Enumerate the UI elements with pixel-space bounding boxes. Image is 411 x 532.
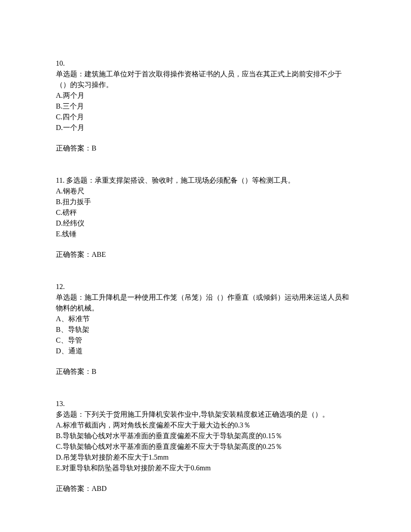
- answer-line: 正确答案：ABD: [56, 483, 355, 494]
- question-stem: 多选题：下列关于货用施工升降机安装作业中,导轨架安装精度叙述正确选项的是（）。: [56, 409, 355, 420]
- question-type-label: 单选题：: [56, 293, 84, 301]
- option-c: C.四个月: [56, 112, 355, 122]
- question-number: 12.: [56, 281, 355, 292]
- question-stem-text: 承重支撑架搭设、验收时，施工现场必须配备（）等检测工具。: [95, 176, 295, 184]
- page-container: 10. 单选题：建筑施工单位对于首次取得操作资格证书的人员，应当在其正式上岗前安…: [0, 0, 411, 532]
- question-stem-text: 建筑施工单位对于首次取得操作资格证书的人员，应当在其正式上岗前安排不少于（）的实…: [56, 70, 342, 88]
- question-stem: 11. 多选题：承重支撑架搭设、验收时，施工现场必须配备（）等检测工具。: [56, 175, 355, 186]
- question-stem-text: 下列关于货用施工升降机安装作业中,导轨架安装精度叙述正确选项的是（）。: [84, 411, 329, 418]
- question-number: 13.: [56, 398, 355, 409]
- option-a: A.两个月: [56, 90, 355, 101]
- answer-value: ABE: [92, 251, 106, 258]
- option-c: C.磅秤: [56, 207, 355, 218]
- question-10: 10. 单选题：建筑施工单位对于首次取得操作资格证书的人员，应当在其正式上岗前安…: [56, 58, 355, 154]
- answer-label: 正确答案：: [56, 144, 92, 152]
- option-a: A、标准节: [56, 314, 355, 324]
- option-e: E.对重导轨和防坠器导轨对接阶差不应大于0.6mm: [56, 463, 355, 473]
- question-number: 11.: [56, 176, 64, 184]
- answer-line: 正确答案：ABE: [56, 249, 355, 260]
- option-b: B.三个月: [56, 101, 355, 112]
- question-stem: 单选题：建筑施工单位对于首次取得操作资格证书的人员，应当在其正式上岗前安排不少于…: [56, 69, 355, 90]
- question-type-label: 多选题：: [56, 411, 84, 418]
- answer-label: 正确答案：: [56, 368, 92, 375]
- answer-label: 正确答案：: [56, 251, 92, 258]
- option-a: A.标准节截面内，两对角线长度偏差不应大于最大边长的0.3％: [56, 420, 355, 431]
- option-c: C.导轨架轴心线对水平基准面的垂直度偏差不应大于导轨架高度的0.25％: [56, 441, 355, 452]
- option-b: B、导轨架: [56, 324, 355, 335]
- option-c: C、导管: [56, 335, 355, 346]
- answer-value: B: [92, 368, 96, 375]
- answer-value: B: [92, 144, 96, 152]
- question-12: 12. 单选题：施工升降机是一种使用工作笼（吊笼）沿（）作垂直（或倾斜）运动用来…: [56, 281, 355, 377]
- option-d: D.一个月: [56, 122, 355, 133]
- option-a: A.钢卷尺: [56, 186, 355, 197]
- option-e: E.线锤: [56, 229, 355, 239]
- option-d: D、通道: [56, 346, 355, 356]
- option-d: D.吊笼导轨对接阶差不应大于1.5mm: [56, 452, 355, 463]
- answer-line: 正确答案：B: [56, 143, 355, 154]
- option-d: D.经纬仪: [56, 218, 355, 229]
- question-13: 13. 多选题：下列关于货用施工升降机安装作业中,导轨架安装精度叙述正确选项的是…: [56, 398, 355, 494]
- question-type-label: 多选题：: [64, 176, 95, 184]
- question-stem-text: 施工升降机是一种使用工作笼（吊笼）沿（）作垂直（或倾斜）运动用来运送人员和物料的…: [56, 293, 349, 312]
- question-type-label: 单选题：: [56, 70, 84, 78]
- option-b: B.导轨架轴心线对水平基准面的垂直度偏差不应大于导轨架高度的0.15％: [56, 431, 355, 441]
- question-stem: 单选题：施工升降机是一种使用工作笼（吊笼）沿（）作垂直（或倾斜）运动用来运送人员…: [56, 292, 355, 314]
- answer-label: 正确答案：: [56, 485, 92, 492]
- question-number: 10.: [56, 58, 355, 69]
- option-b: B.扭力扳手: [56, 197, 355, 207]
- answer-value: ABD: [92, 485, 107, 492]
- answer-line: 正确答案：B: [56, 366, 355, 377]
- question-11: 11. 多选题：承重支撑架搭设、验收时，施工现场必须配备（）等检测工具。 A.钢…: [56, 175, 355, 260]
